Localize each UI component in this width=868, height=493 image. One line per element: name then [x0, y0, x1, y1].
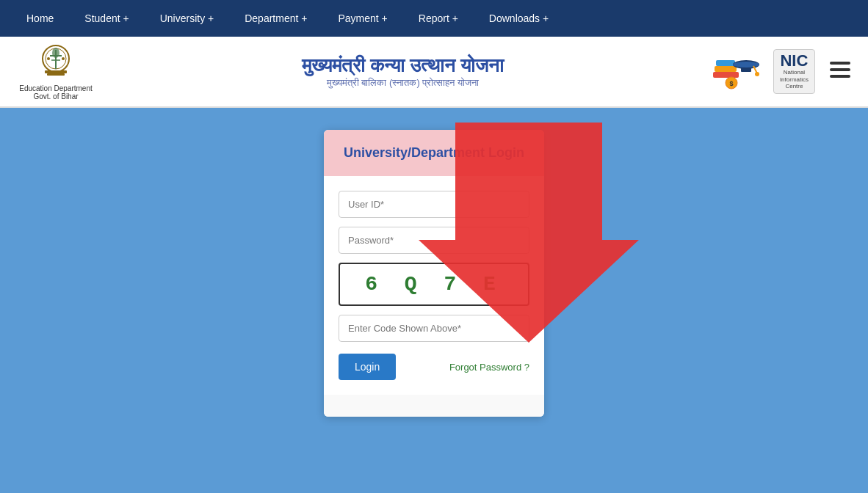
svg-point-9 [62, 57, 65, 60]
login-actions: Login Forgot Password ? [339, 354, 529, 380]
header: Education Department Govt. of Bihar मुख्… [0, 37, 868, 108]
svg-rect-7 [47, 73, 65, 76]
login-card-body: 6 Q 7 E Login Forgot Password ? [324, 176, 544, 395]
svg-rect-6 [45, 70, 67, 73]
captcha-input[interactable] [339, 315, 529, 342]
navbar: Home Student + University + Department +… [0, 0, 868, 37]
nav-payment[interactable]: Payment + [326, 7, 399, 30]
svg-point-5 [52, 48, 59, 58]
scheme-title-sub: मुख्यमंत्री बालिका (स्नातक) प्रोत्साहन य… [115, 77, 691, 89]
nav-university[interactable]: University + [148, 7, 226, 30]
svg-rect-21 [830, 68, 850, 71]
svg-text:$: $ [729, 80, 733, 87]
user-id-input[interactable] [339, 191, 529, 218]
nav-downloads[interactable]: Downloads + [477, 7, 560, 30]
dept-name: Education Department Govt. of Bihar [19, 84, 93, 101]
scheme-title-main: मुख्यमंत्री कन्या उत्थान योजना [115, 54, 691, 77]
main-content: University/Department Login 6 Q 7 E Logi… [0, 108, 868, 475]
svg-rect-10 [713, 72, 739, 78]
login-card-footer [324, 395, 544, 417]
svg-rect-20 [830, 62, 850, 65]
svg-rect-22 [830, 75, 850, 78]
login-card-title: University/Department Login [339, 145, 529, 161]
forgot-password-link[interactable]: Forgot Password ? [449, 362, 529, 373]
header-right: $ NIC NationalInformaticsCentre [706, 49, 856, 94]
nav-department[interactable]: Department + [233, 7, 319, 30]
login-card: University/Department Login 6 Q 7 E Logi… [324, 130, 544, 417]
svg-point-17 [755, 72, 759, 76]
svg-point-8 [47, 57, 50, 60]
header-title-area: मुख्यमंत्री कन्या उत्थान योजना मुख्यमंत्… [100, 54, 706, 89]
nic-logo: NIC NationalInformaticsCentre [773, 49, 815, 94]
login-card-header: University/Department Login [324, 130, 544, 176]
svg-point-15 [733, 62, 759, 67]
graduation-icon: $ [706, 50, 764, 94]
captcha-image: 6 Q 7 E [339, 263, 529, 306]
svg-rect-12 [716, 60, 735, 66]
nav-home[interactable]: Home [15, 7, 65, 30]
svg-rect-11 [715, 66, 737, 72]
nav-report[interactable]: Report + [407, 7, 470, 30]
nav-student[interactable]: Student + [73, 7, 140, 30]
password-input[interactable] [339, 227, 529, 254]
login-button[interactable]: Login [339, 354, 396, 380]
govt-logo [34, 43, 78, 83]
logo-container: Education Department Govt. of Bihar [12, 43, 100, 101]
nic-acronym: NIC [780, 53, 808, 69]
menu-icon[interactable] [824, 59, 856, 85]
nic-fullname: NationalInformaticsCentre [780, 69, 809, 90]
